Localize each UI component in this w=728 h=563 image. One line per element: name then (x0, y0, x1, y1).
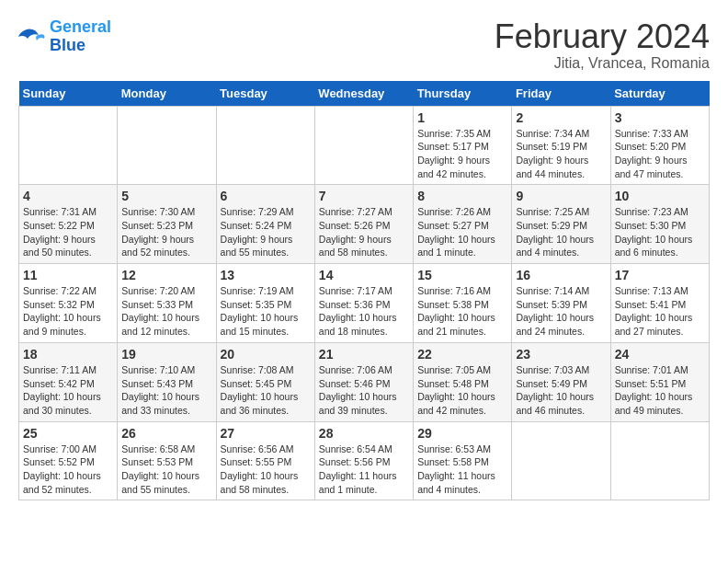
calendar-cell: 3Sunrise: 7:33 AM Sunset: 5:20 PM Daylig… (610, 106, 709, 185)
title-area: February 2024 Jitia, Vrancea, Romania (495, 18, 710, 72)
day-number: 2 (516, 110, 606, 125)
day-info: Sunrise: 7:17 AM Sunset: 5:36 PM Dayligh… (319, 284, 409, 339)
calendar-cell: 12Sunrise: 7:20 AM Sunset: 5:33 PM Dayli… (118, 264, 216, 343)
day-number: 16 (516, 268, 606, 282)
calendar-cell (610, 421, 709, 500)
day-number: 15 (417, 268, 507, 282)
calendar-cell: 14Sunrise: 7:17 AM Sunset: 5:36 PM Dayli… (314, 264, 413, 343)
day-header-friday: Friday (512, 81, 610, 107)
day-number: 6 (221, 189, 311, 203)
day-header-thursday: Thursday (414, 81, 512, 107)
calendar-cell (216, 106, 314, 185)
day-info: Sunrise: 7:03 AM Sunset: 5:49 PM Dayligh… (516, 363, 606, 418)
day-info: Sunrise: 7:11 AM Sunset: 5:42 PM Dayligh… (23, 363, 113, 418)
day-info: Sunrise: 7:19 AM Sunset: 5:35 PM Dayligh… (221, 284, 311, 339)
day-info: Sunrise: 7:01 AM Sunset: 5:51 PM Dayligh… (615, 363, 705, 418)
day-header-wednesday: Wednesday (314, 81, 413, 107)
day-number: 22 (417, 347, 507, 362)
day-info: Sunrise: 7:16 AM Sunset: 5:38 PM Dayligh… (417, 284, 507, 339)
calendar-cell: 28Sunrise: 6:54 AM Sunset: 5:56 PM Dayli… (314, 421, 413, 500)
calendar-cell: 1Sunrise: 7:35 AM Sunset: 5:17 PM Daylig… (414, 106, 512, 185)
calendar-week-5: 25Sunrise: 7:00 AM Sunset: 5:52 PM Dayli… (19, 421, 710, 500)
day-number: 14 (319, 268, 409, 282)
calendar-cell (19, 106, 118, 185)
calendar-header-row: SundayMondayTuesdayWednesdayThursdayFrid… (19, 81, 710, 107)
day-number: 20 (221, 347, 311, 362)
day-info: Sunrise: 7:08 AM Sunset: 5:45 PM Dayligh… (221, 363, 311, 418)
calendar-cell: 24Sunrise: 7:01 AM Sunset: 5:51 PM Dayli… (610, 342, 709, 421)
day-info: Sunrise: 7:31 AM Sunset: 5:22 PM Dayligh… (23, 205, 113, 259)
day-number: 23 (516, 347, 606, 362)
calendar-week-3: 11Sunrise: 7:22 AM Sunset: 5:32 PM Dayli… (19, 264, 710, 343)
day-number: 10 (615, 189, 705, 203)
day-info: Sunrise: 7:27 AM Sunset: 5:26 PM Dayligh… (319, 205, 409, 259)
day-info: Sunrise: 7:26 AM Sunset: 5:27 PM Dayligh… (417, 205, 507, 259)
day-info: Sunrise: 7:00 AM Sunset: 5:52 PM Dayligh… (23, 442, 113, 497)
day-info: Sunrise: 6:53 AM Sunset: 5:58 PM Dayligh… (417, 442, 507, 497)
calendar-cell: 13Sunrise: 7:19 AM Sunset: 5:35 PM Dayli… (216, 264, 314, 343)
calendar-cell: 2Sunrise: 7:34 AM Sunset: 5:19 PM Daylig… (512, 106, 610, 185)
calendar-table: SundayMondayTuesdayWednesdayThursdayFrid… (18, 81, 710, 501)
calendar-week-2: 4Sunrise: 7:31 AM Sunset: 5:22 PM Daylig… (19, 185, 710, 264)
day-header-monday: Monday (118, 81, 216, 107)
day-header-tuesday: Tuesday (216, 81, 314, 107)
month-title: February 2024 (495, 18, 710, 55)
day-number: 1 (417, 110, 507, 125)
location: Jitia, Vrancea, Romania (495, 55, 710, 72)
day-info: Sunrise: 7:25 AM Sunset: 5:29 PM Dayligh… (516, 205, 606, 259)
day-info: Sunrise: 7:29 AM Sunset: 5:24 PM Dayligh… (221, 205, 311, 259)
calendar-cell: 22Sunrise: 7:05 AM Sunset: 5:48 PM Dayli… (414, 342, 512, 421)
calendar-cell: 7Sunrise: 7:27 AM Sunset: 5:26 PM Daylig… (314, 185, 413, 264)
day-number: 5 (121, 189, 211, 203)
day-number: 25 (23, 426, 113, 441)
day-info: Sunrise: 6:54 AM Sunset: 5:56 PM Dayligh… (319, 442, 409, 497)
day-number: 3 (615, 110, 705, 125)
day-info: Sunrise: 7:05 AM Sunset: 5:48 PM Dayligh… (417, 363, 507, 418)
calendar-cell: 26Sunrise: 6:58 AM Sunset: 5:53 PM Dayli… (118, 421, 216, 500)
day-info: Sunrise: 7:06 AM Sunset: 5:46 PM Dayligh… (319, 363, 409, 418)
day-number: 27 (221, 426, 311, 441)
day-number: 7 (319, 189, 409, 203)
calendar-cell (314, 106, 413, 185)
day-number: 28 (319, 426, 409, 441)
calendar-cell: 25Sunrise: 7:00 AM Sunset: 5:52 PM Dayli… (19, 421, 118, 500)
calendar-cell (118, 106, 216, 185)
day-info: Sunrise: 7:14 AM Sunset: 5:39 PM Dayligh… (516, 284, 606, 339)
day-info: Sunrise: 7:13 AM Sunset: 5:41 PM Dayligh… (615, 284, 705, 339)
day-info: Sunrise: 7:20 AM Sunset: 5:33 PM Dayligh… (121, 284, 211, 339)
calendar-cell: 15Sunrise: 7:16 AM Sunset: 5:38 PM Dayli… (414, 264, 512, 343)
calendar-cell: 21Sunrise: 7:06 AM Sunset: 5:46 PM Dayli… (314, 342, 413, 421)
calendar-cell: 16Sunrise: 7:14 AM Sunset: 5:39 PM Dayli… (512, 264, 610, 343)
day-info: Sunrise: 7:34 AM Sunset: 5:19 PM Dayligh… (516, 127, 606, 181)
day-header-saturday: Saturday (610, 81, 709, 107)
day-number: 18 (23, 347, 113, 362)
calendar-week-4: 18Sunrise: 7:11 AM Sunset: 5:42 PM Dayli… (19, 342, 710, 421)
calendar-cell: 9Sunrise: 7:25 AM Sunset: 5:29 PM Daylig… (512, 185, 610, 264)
calendar-cell: 29Sunrise: 6:53 AM Sunset: 5:58 PM Dayli… (414, 421, 512, 500)
logo-text: General Blue (50, 18, 111, 55)
day-number: 29 (417, 426, 507, 441)
day-info: Sunrise: 6:58 AM Sunset: 5:53 PM Dayligh… (121, 442, 211, 497)
day-info: Sunrise: 7:30 AM Sunset: 5:23 PM Dayligh… (121, 205, 211, 259)
calendar-cell: 4Sunrise: 7:31 AM Sunset: 5:22 PM Daylig… (19, 185, 118, 264)
page-header: General Blue February 2024 Jitia, Vrance… (18, 18, 710, 72)
calendar-cell: 10Sunrise: 7:23 AM Sunset: 5:30 PM Dayli… (610, 185, 709, 264)
day-number: 17 (615, 268, 705, 282)
day-number: 26 (121, 426, 211, 441)
day-number: 8 (417, 189, 507, 203)
calendar-cell: 23Sunrise: 7:03 AM Sunset: 5:49 PM Dayli… (512, 342, 610, 421)
calendar-week-1: 1Sunrise: 7:35 AM Sunset: 5:17 PM Daylig… (19, 106, 710, 185)
calendar-cell: 8Sunrise: 7:26 AM Sunset: 5:27 PM Daylig… (414, 185, 512, 264)
day-number: 12 (121, 268, 211, 282)
day-info: Sunrise: 7:10 AM Sunset: 5:43 PM Dayligh… (121, 363, 211, 418)
day-header-sunday: Sunday (19, 81, 118, 107)
logo: General Blue (18, 18, 111, 55)
day-info: Sunrise: 7:33 AM Sunset: 5:20 PM Dayligh… (615, 127, 705, 181)
calendar-cell (512, 421, 610, 500)
calendar-cell: 11Sunrise: 7:22 AM Sunset: 5:32 PM Dayli… (19, 264, 118, 343)
day-number: 13 (221, 268, 311, 282)
day-number: 21 (319, 347, 409, 362)
day-info: Sunrise: 7:23 AM Sunset: 5:30 PM Dayligh… (615, 205, 705, 259)
day-info: Sunrise: 7:22 AM Sunset: 5:32 PM Dayligh… (23, 284, 113, 339)
day-info: Sunrise: 7:35 AM Sunset: 5:17 PM Dayligh… (417, 127, 507, 181)
